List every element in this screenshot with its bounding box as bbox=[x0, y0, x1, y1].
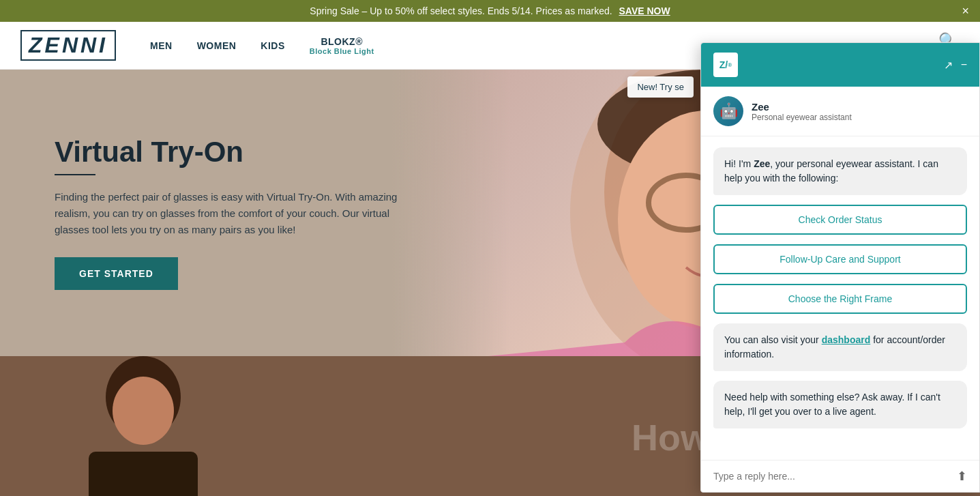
announcement-bar: Spring Sale – Up to 50% off select style… bbox=[0, 0, 980, 22]
chat-minimize-button[interactable]: − bbox=[961, 59, 967, 72]
nav-item-men[interactable]: MEN bbox=[150, 40, 173, 51]
dashboard-text-1: You can also visit your bbox=[724, 334, 822, 345]
logo[interactable]: ZENNI bbox=[20, 30, 116, 61]
chat-logo: Z/ ® bbox=[713, 53, 738, 77]
announcement-close-button[interactable]: × bbox=[962, 4, 969, 18]
blokz-sublabel: Block Blue Light bbox=[310, 47, 374, 55]
hero-title: Virtual Try-On bbox=[55, 136, 409, 169]
chat-input[interactable] bbox=[713, 471, 950, 482]
chat-logo-text: Z/ bbox=[719, 59, 728, 70]
agent-avatar-icon: 🤖 bbox=[719, 102, 738, 120]
hero-content: Virtual Try-On Finding the perfect pair … bbox=[55, 136, 409, 290]
agent-title: Personal eyewear assistant bbox=[752, 113, 852, 122]
blokz-label: BLOKZ® bbox=[321, 36, 363, 47]
agent-details: Zee Personal eyewear assistant bbox=[752, 101, 852, 122]
chat-bubble-dashboard: You can also visit your dashboard for ac… bbox=[713, 323, 967, 371]
try-on-badge[interactable]: New! Try se bbox=[627, 76, 694, 98]
announcement-cta[interactable]: SAVE NOW bbox=[619, 5, 670, 16]
chat-bubble-greeting: Hi! I'm Zee, your personal eyewear assis… bbox=[713, 147, 967, 195]
chat-header-left: Z/ ® bbox=[713, 53, 738, 77]
hero-description: Finding the perfect pair of glasses is e… bbox=[55, 189, 409, 238]
chat-header-actions: ↗ − bbox=[944, 59, 967, 72]
dashboard-link[interactable]: dashboard bbox=[822, 334, 871, 345]
chat-input-area: ⬆ bbox=[701, 460, 979, 492]
svg-rect-9 bbox=[89, 452, 198, 496]
chat-expand-button[interactable]: ↗ bbox=[944, 59, 953, 72]
announcement-text: Spring Sale – Up to 50% off select style… bbox=[310, 5, 612, 16]
chat-messages: Hi! I'm Zee, your personal eyewear assis… bbox=[701, 136, 979, 460]
person-silhouette bbox=[68, 356, 218, 496]
chat-header: Z/ ® ↗ − bbox=[701, 43, 979, 87]
badge-text: New! Try se bbox=[637, 82, 684, 92]
agent-name-bold: Zee bbox=[754, 158, 770, 169]
nav-item-women[interactable]: WOMEN bbox=[197, 40, 237, 51]
check-order-button[interactable]: Check Order Status bbox=[713, 205, 967, 235]
send-icon: ⬆ bbox=[957, 469, 967, 483]
nav-item-kids[interactable]: KIDS bbox=[261, 40, 284, 51]
nav-item-blokz[interactable]: BLOKZ® Block Blue Light bbox=[310, 36, 374, 55]
hero-cta-button[interactable]: GET STARTED bbox=[55, 257, 178, 290]
hero-divider bbox=[55, 174, 95, 175]
chat-widget: Z/ ® ↗ − 🤖 Zee Personal eyewear assistan… bbox=[700, 42, 980, 493]
chat-logo-registered: ® bbox=[728, 62, 732, 68]
choose-frame-button[interactable]: Choose the Right Frame bbox=[713, 284, 967, 314]
followup-care-button[interactable]: Follow-Up Care and Support bbox=[713, 244, 967, 274]
agent-name: Zee bbox=[752, 101, 852, 113]
chat-send-button[interactable]: ⬆ bbox=[957, 469, 967, 484]
person-illustration bbox=[68, 356, 218, 496]
agent-avatar: 🤖 bbox=[713, 96, 743, 126]
chat-bubble-help: Need help with something else? Ask away.… bbox=[713, 381, 967, 428]
svg-point-8 bbox=[113, 377, 174, 445]
greeting-text-1: Hi! I'm bbox=[724, 158, 754, 169]
chat-agent-info: 🤖 Zee Personal eyewear assistant bbox=[701, 87, 979, 136]
